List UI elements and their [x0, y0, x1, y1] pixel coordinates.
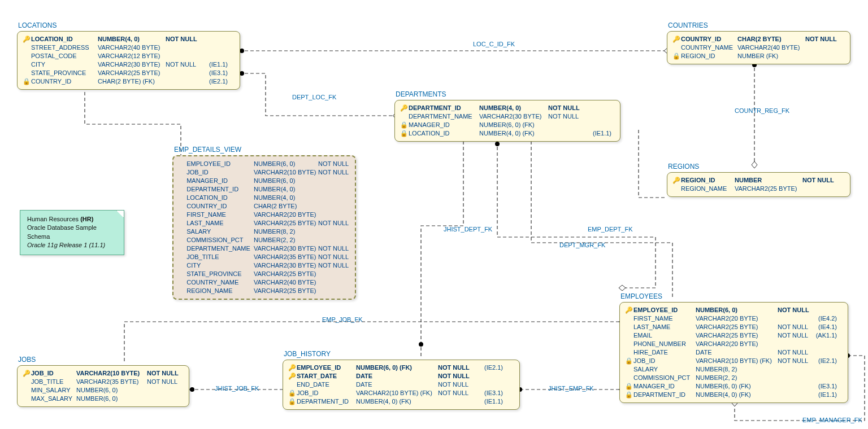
column-type: VARCHAR2(12 BYTE): [98, 52, 166, 60]
column-name: EMPLOYEE_ID: [633, 306, 696, 314]
column-row: COUNTRY_NAME VARCHAR2(40 BYTE): [672, 43, 845, 52]
column-nullability: NOT NULL: [778, 306, 811, 314]
column-name: COUNTRY_NAME: [681, 43, 737, 52]
foreign-key-icon: 🔒: [672, 52, 681, 60]
column-name: JOB_ID: [31, 369, 76, 378]
column-nullability: NOT NULL: [147, 369, 181, 378]
column-name: EMPLOYEE_ID: [186, 160, 254, 168]
column-index: (IE1.1): [811, 391, 837, 399]
employees-title: EMPLOYEES: [620, 292, 662, 300]
countries-entity[interactable]: 🔑 COUNTRY_ID CHAR(2 BYTE) NOT NULL COUNT…: [667, 31, 850, 64]
column-type: VARCHAR2(10 BYTE): [254, 168, 318, 177]
locations-title: LOCATIONS: [18, 21, 57, 29]
svg-point-3: [419, 342, 423, 347]
schema-note: Human Resources (HR) Oracle Database Sam…: [20, 210, 124, 255]
locations-entity[interactable]: 🔑 LOCATION_ID NUMBER(4, 0) NOT NULL STRE…: [17, 31, 240, 90]
column-nullability: NOT NULL: [438, 389, 475, 397]
column-row: JOB_TITLE VARCHAR2(35 BYTE) NOT NULL: [178, 253, 350, 261]
column-type: NUMBER(6, 0): [254, 177, 318, 185]
column-name: STATE_PROVINCE: [186, 270, 254, 278]
column-type: NUMBER(6, 0) (FK): [696, 382, 778, 391]
column-name: LOCATION_ID: [409, 129, 479, 138]
job-history-entity[interactable]: 🔑 EMPLOYEE_ID NUMBER(6, 0) (FK) NOT NULL…: [283, 360, 520, 410]
column-type: VARCHAR2(30 BYTE): [254, 244, 318, 253]
regions-entity[interactable]: 🔑 REGION_ID NUMBER NOT NULL REGION_NAME …: [667, 172, 850, 197]
column-type: NUMBER(4, 0) (FK): [696, 391, 778, 399]
column-type: NUMBER(6, 0) (FK): [356, 364, 438, 372]
column-nullability: NOT NULL: [438, 380, 475, 389]
column-type: CHAR(2 BYTE): [737, 35, 805, 43]
svg-marker-10: [752, 161, 757, 168]
regions-title: REGIONS: [668, 163, 699, 170]
column-nullability: NOT NULL: [778, 348, 811, 357]
fk-jhist-dept: JHIST_DEPT_FK: [444, 226, 492, 233]
column-name: JOB_ID: [297, 389, 356, 397]
svg-marker-13: [619, 285, 626, 291]
column-row: 🔑 COUNTRY_ID CHAR(2 BYTE) NOT NULL: [672, 35, 845, 43]
column-name: STATE_PROVINCE: [31, 69, 98, 77]
column-name: MANAGER_ID: [633, 382, 696, 391]
column-name: JOB_TITLE: [186, 253, 254, 261]
column-nullability: NOT NULL: [318, 160, 350, 168]
column-type: VARCHAR2(35 BYTE): [254, 253, 318, 261]
column-row: LAST_NAME VARCHAR2(25 BYTE) NOT NULL: [178, 219, 350, 227]
fk-emp-dept: EMP_DEPT_FK: [588, 226, 632, 233]
column-row: SALARY NUMBER(8, 2): [624, 365, 843, 374]
foreign-key-icon: 🔒: [400, 129, 409, 138]
column-row: COUNTRY_ID CHAR(2 BYTE): [178, 202, 350, 211]
column-type: NUMBER(4, 0): [254, 185, 318, 194]
column-row: FIRST_NAME VARCHAR2(20 BYTE) (IE4.2): [624, 314, 843, 323]
column-index: (AK1.1): [811, 331, 837, 340]
emp-details-view-entity[interactable]: EMPLOYEE_ID NUMBER(6, 0) NOT NULL JOB_ID…: [172, 155, 356, 300]
column-row: FIRST_NAME VARCHAR2(20 BYTE): [178, 211, 350, 219]
column-row: 🔒 COUNTRY_ID CHAR(2 BYTE) (FK) (IE2.1): [22, 77, 235, 86]
column-row: SALARY NUMBER(8, 2): [178, 227, 350, 236]
column-type: NUMBER(6, 0): [76, 386, 147, 395]
column-index: (IE1.1): [583, 129, 611, 138]
column-nullability: NOT NULL: [805, 35, 839, 43]
primary-key-icon: 🔑: [672, 35, 681, 43]
employees-entity[interactable]: 🔑 EMPLOYEE_ID NUMBER(6, 0) NOT NULL FIRS…: [619, 302, 848, 403]
column-row: HIRE_DATE DATE NOT NULL: [624, 348, 843, 357]
column-index: (IE2.1): [199, 77, 228, 86]
column-type: VARCHAR2(30 BYTE): [254, 261, 318, 270]
column-name: JOB_ID: [633, 357, 696, 365]
column-type: VARCHAR2(25 BYTE): [254, 287, 318, 295]
column-type: DATE: [356, 380, 438, 389]
departments-entity[interactable]: 🔑 DEPARTMENT_ID NUMBER(4, 0) NOT NULL DE…: [394, 100, 620, 142]
foreign-key-icon: 🔒: [288, 389, 297, 397]
column-row: 🔒 MANAGER_ID NUMBER(6, 0) (FK) (IE3.1): [624, 382, 843, 391]
column-row: DEPARTMENT_NAME VARCHAR2(30 BYTE) NOT NU…: [400, 112, 615, 121]
column-type: VARCHAR2(10 BYTE) (FK): [356, 389, 438, 397]
column-name: COUNTRY_ID: [31, 77, 98, 86]
column-name: MANAGER_ID: [409, 121, 479, 129]
foreign-key-icon: 🔒: [624, 357, 633, 365]
column-type: NUMBER(4, 0) (FK): [356, 397, 438, 406]
fk-emp-job: EMP_JOB_FK: [322, 316, 363, 323]
column-type: NUMBER(6, 0): [254, 160, 318, 168]
column-type: VARCHAR2(25 BYTE): [98, 69, 166, 77]
column-row: 🔒 LOCATION_ID NUMBER(4, 0) (FK) (IE1.1): [400, 129, 615, 138]
fk-jhist-job: JHIST_JOB_FK: [215, 385, 259, 392]
column-name: REGION_NAME: [186, 287, 254, 295]
column-name: CITY: [31, 60, 98, 69]
column-type: VARCHAR2(25 BYTE): [735, 185, 802, 193]
column-name: REGION_ID: [681, 52, 737, 60]
column-name: POSTAL_CODE: [31, 52, 98, 60]
column-name: EMPLOYEE_ID: [297, 364, 356, 372]
column-nullability: NOT NULL: [147, 378, 181, 386]
column-index: (IE1.1): [199, 60, 228, 69]
column-type: VARCHAR2(30 BYTE): [479, 112, 548, 121]
primary-key-icon: 🔑: [400, 104, 409, 112]
column-type: NUMBER(6, 0) (FK): [479, 121, 548, 129]
primary-key-icon: 🔑: [22, 35, 31, 43]
column-name: MAX_SALARY: [31, 395, 76, 403]
primary-key-icon: 🔑: [288, 372, 297, 380]
column-type: DATE: [356, 372, 438, 380]
column-type: VARCHAR2(20 BYTE): [696, 340, 778, 348]
column-row: EMPLOYEE_ID NUMBER(6, 0) NOT NULL: [178, 160, 350, 168]
column-name: DEPARTMENT_ID: [186, 185, 254, 194]
column-name: HIRE_DATE: [633, 348, 696, 357]
column-type: CHAR(2 BYTE): [254, 202, 318, 211]
jobs-entity[interactable]: 🔑 JOB_ID VARCHAR2(10 BYTE) NOT NULL JOB_…: [17, 365, 189, 407]
